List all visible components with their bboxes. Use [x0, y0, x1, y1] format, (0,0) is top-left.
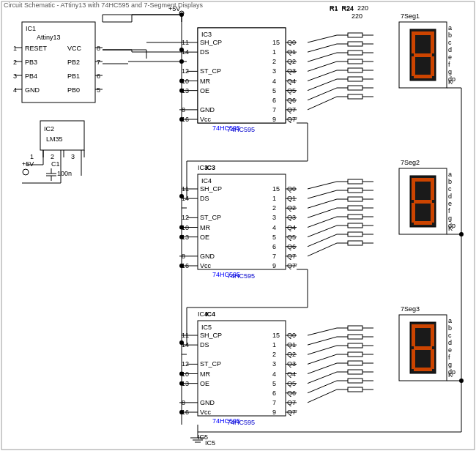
schematic-title: Circuit Schematic - ATtiny13 with 74HC59…	[4, 1, 203, 9]
